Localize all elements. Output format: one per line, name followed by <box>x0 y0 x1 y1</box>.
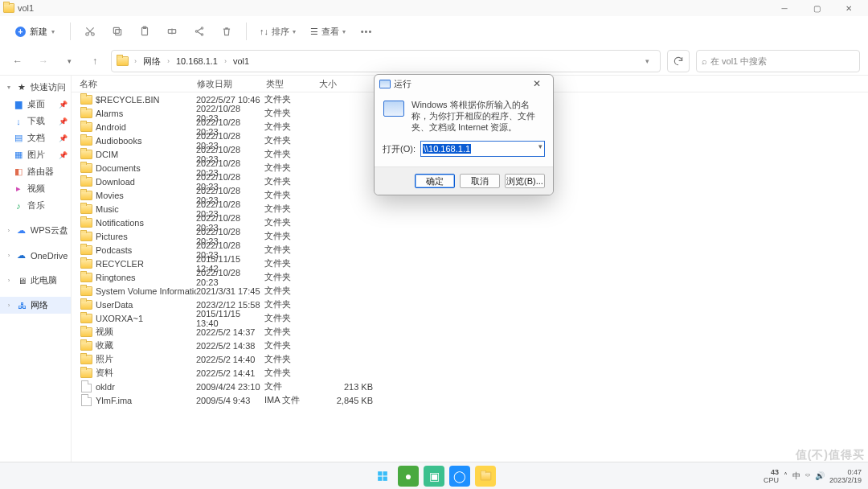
file-explorer-icon[interactable] <box>475 466 496 487</box>
table-row[interactable]: Ringtones2022/10/28 20:23文件夹 <box>80 270 868 284</box>
table-row[interactable]: UXORXA~12015/11/15 13:40文件夹 <box>80 311 868 325</box>
taskbar: ● ▣ ◯ 43 CPU ˄ 中 ⌔ 🔊 0:47 2023/2/19 <box>0 462 868 489</box>
cloud-icon: ☁ <box>16 250 27 261</box>
col-type[interactable]: 类型 <box>266 76 319 92</box>
folder-icon <box>80 121 92 133</box>
breadcrumb[interactable]: › 网络 › 10.168.1.1 › vol1 ▾ <box>111 50 661 72</box>
chevron-down-icon[interactable]: ▾ <box>59 51 79 71</box>
cut-button[interactable] <box>79 20 101 43</box>
open-input[interactable]: \\10.168.1.1 ▾ <box>420 141 545 157</box>
folder-icon <box>80 286 92 297</box>
share-button[interactable] <box>188 20 211 43</box>
more-button[interactable]: ••• <box>355 20 378 43</box>
chevron-up-icon[interactable]: ˄ <box>784 471 788 480</box>
crumb-folder[interactable]: vol1 <box>231 55 251 68</box>
file-type: 文件夹 <box>264 312 317 324</box>
svg-point-7 <box>201 27 203 29</box>
sidebar-item-quick[interactable]: ▾★快速访问 <box>0 79 71 96</box>
file-name: $RECYCLE.BIN <box>96 95 196 105</box>
sidebar-item-thispc[interactable]: ›🖥此电脑 <box>0 272 71 289</box>
up-button[interactable]: ↑ <box>85 51 104 71</box>
system-tray[interactable]: 43 CPU ˄ 中 ⌔ 🔊 0:47 2023/2/19 <box>764 462 862 489</box>
sidebar-item-music[interactable]: ♪音乐 <box>0 197 71 214</box>
col-date[interactable]: 修改日期 <box>197 76 266 92</box>
refresh-button[interactable] <box>667 50 690 72</box>
table-row[interactable]: YlmF.ima2009/5/4 9:43IMA 文件2,845 KB <box>80 393 868 407</box>
taskbar-app[interactable]: ● <box>398 466 419 487</box>
sidebar-item-documents[interactable]: ▤文档📌 <box>0 129 71 146</box>
search-placeholder: 在 vol1 中搜索 <box>710 55 767 68</box>
file-date: 2022/5/2 14:38 <box>196 341 264 351</box>
weather-widget[interactable]: 43 CPU <box>764 468 779 484</box>
table-row[interactable]: 收藏2022/5/2 14:38文件夹 <box>80 339 868 352</box>
chevron-right-icon: › <box>166 55 171 67</box>
download-icon: ↓ <box>13 116 24 127</box>
sidebar-item-desktop[interactable]: ▆桌面📌 <box>0 96 71 113</box>
copy-button[interactable] <box>106 20 129 43</box>
table-row[interactable]: System Volume Information2021/3/31 17:45… <box>80 284 868 298</box>
chevron-right-icon: › <box>5 227 13 234</box>
file-type: 文件夹 <box>264 271 317 283</box>
wifi-icon[interactable]: ⌔ <box>805 471 810 480</box>
file-date: 2009/4/24 23:10 <box>196 382 264 392</box>
file-name: Pictures <box>96 232 196 241</box>
file-name: Download <box>96 177 196 187</box>
file-name: Notifications <box>96 218 196 228</box>
run-title: 运行 <box>394 78 411 90</box>
ime-icon[interactable]: 中 <box>792 471 800 482</box>
cancel-button[interactable]: 取消 <box>460 174 500 188</box>
clock[interactable]: 0:47 2023/2/19 <box>829 468 862 484</box>
chevron-down-icon: ▾ <box>342 28 346 35</box>
file-type: 文件夹 <box>264 257 317 269</box>
table-row[interactable]: 视频2022/5/2 14:37文件夹 <box>80 325 868 339</box>
table-row[interactable]: 资料2022/5/2 14:41文件夹 <box>80 366 868 380</box>
file-type: 文件夹 <box>264 93 317 105</box>
file-type: 文件夹 <box>264 175 317 187</box>
crumb-host[interactable]: 10.168.1.1 <box>174 55 219 68</box>
folder-icon <box>80 299 92 310</box>
col-size[interactable]: 大小 <box>319 76 376 92</box>
new-button[interactable]: + 新建 ▾ <box>8 22 62 42</box>
taskbar-app[interactable]: ▣ <box>424 466 444 487</box>
svg-rect-11 <box>383 471 387 475</box>
back-button[interactable]: ← <box>8 51 27 71</box>
file-type: 文件夹 <box>264 189 317 201</box>
file-type: 文件夹 <box>264 162 317 174</box>
forward-button[interactable]: → <box>34 51 53 71</box>
search-input[interactable]: ⌕ 在 vol1 中搜索 <box>696 50 860 72</box>
sidebar-item-wps[interactable]: ›☁WPS云盘 <box>0 222 71 239</box>
sidebar-item-network[interactable]: ›🖧网络 <box>0 297 71 314</box>
file-name: DCIM <box>96 150 196 159</box>
paste-button[interactable] <box>133 20 156 43</box>
sidebar-item-videos[interactable]: ▸视频 <box>0 180 71 197</box>
sidebar-item-router[interactable]: ◧路由器 <box>0 163 71 180</box>
folder-icon <box>80 203 92 215</box>
chevron-down-icon[interactable]: ▾ <box>637 51 657 71</box>
start-button[interactable] <box>372 466 393 487</box>
sort-button[interactable]: ↑↓ 排序 ▾ <box>255 20 301 43</box>
close-button[interactable]: ✕ <box>833 0 865 16</box>
rename-button[interactable] <box>161 20 183 43</box>
sidebar-item-pictures[interactable]: ▦图片📌 <box>0 146 71 163</box>
col-name[interactable]: 名称 <box>80 76 197 92</box>
folder-icon <box>3 2 14 14</box>
table-row[interactable]: okldr2009/4/24 23:10文件213 KB <box>80 380 868 393</box>
ok-button[interactable]: 确定 <box>415 174 455 188</box>
close-button[interactable]: ✕ <box>526 78 548 89</box>
sidebar-item-downloads[interactable]: ↓下载📌 <box>0 113 71 129</box>
table-row[interactable]: 照片2022/5/2 14:40文件夹 <box>80 352 868 366</box>
chevron-down-icon[interactable]: ▾ <box>538 142 542 150</box>
minimize-button[interactable]: ─ <box>768 0 800 16</box>
volume-icon[interactable]: 🔊 <box>815 471 825 480</box>
sidebar-item-onedrive[interactable]: ›☁OneDrive <box>0 247 71 264</box>
browse-button[interactable]: 浏览(B)... <box>505 174 545 188</box>
toolbar: + 新建 ▾ ↑↓ 排序 ▾ ☰ 查看 ▾ ••• <box>0 16 868 47</box>
maximize-button[interactable]: ▢ <box>800 0 833 16</box>
delete-button[interactable] <box>215 20 238 43</box>
crumb-root[interactable]: 网络 <box>141 54 162 69</box>
taskbar-app[interactable]: ◯ <box>449 466 470 487</box>
chevron-right-icon: › <box>133 55 138 67</box>
window-title: vol1 <box>18 3 34 13</box>
view-button[interactable]: ☰ 查看 ▾ <box>305 20 350 43</box>
file-type: 文件夹 <box>264 244 317 256</box>
